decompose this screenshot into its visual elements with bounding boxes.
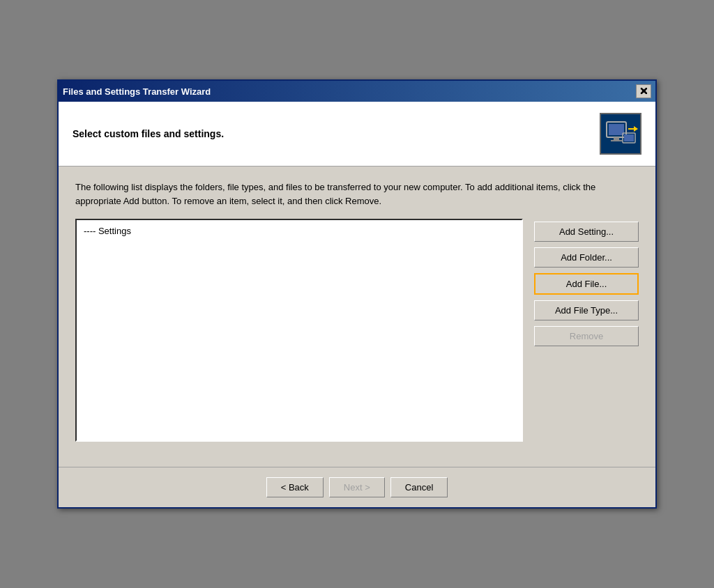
description-text: The following list displays the folders,… [75, 180, 639, 208]
add-file-type-button[interactable]: Add File Type... [534, 300, 639, 320]
window-title: Files and Settings Transfer Wizard [63, 86, 211, 97]
buttons-panel: Add Setting... Add Folder... Add File...… [534, 219, 639, 442]
file-list-box[interactable]: ---- Settings [75, 219, 523, 442]
next-button: Next > [329, 477, 385, 497]
window-body: Select custom files and settings. [59, 102, 655, 507]
svg-marker-5 [634, 126, 638, 132]
wizard-window: Files and Settings Transfer Wizard 🗙 Sel… [57, 79, 657, 509]
back-button[interactable]: < Back [266, 477, 324, 497]
svg-rect-1 [609, 124, 624, 135]
svg-rect-2 [614, 137, 619, 140]
wizard-icon [600, 113, 641, 155]
add-setting-button[interactable]: Add Setting... [534, 222, 639, 242]
list-item: ---- Settings [81, 224, 517, 238]
content-section: The following list displays the folders,… [59, 167, 655, 456]
page-title: Select custom files and settings. [73, 128, 224, 139]
remove-button: Remove [534, 326, 639, 346]
footer-section: < Back Next > Cancel [59, 467, 655, 507]
main-area: ---- Settings Add Setting... Add Folder.… [75, 219, 639, 442]
svg-rect-3 [611, 140, 622, 141]
header-section: Select custom files and settings. [59, 102, 655, 167]
add-file-button[interactable]: Add File... [534, 273, 639, 295]
cancel-button[interactable]: Cancel [390, 477, 448, 497]
svg-rect-7 [624, 134, 634, 141]
add-folder-button[interactable]: Add Folder... [534, 247, 639, 268]
title-bar: Files and Settings Transfer Wizard 🗙 [59, 81, 655, 102]
close-button[interactable]: 🗙 [636, 84, 651, 98]
